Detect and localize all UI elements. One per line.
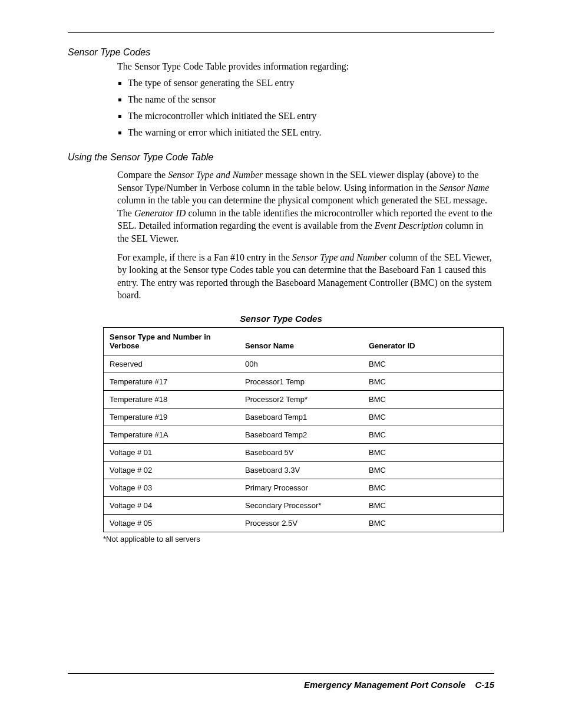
table-cell: BMC <box>363 426 504 443</box>
list-item: The microcontroller which initiated the … <box>128 111 494 121</box>
table-header-col3: Generator ID <box>363 327 504 355</box>
table-cell: BMC <box>363 496 504 514</box>
italic-text: Generator ID <box>134 208 186 218</box>
table-cell: Processor 2.5V <box>239 514 363 532</box>
bottom-divider <box>68 673 494 674</box>
table-cell: BMC <box>363 390 504 408</box>
table-cell: Processor1 Temp <box>239 373 363 390</box>
italic-text: Sensor Name <box>439 183 490 193</box>
table-cell: Baseboard 5V <box>239 443 363 461</box>
table-cell: BMC <box>363 514 504 532</box>
table-cell: Voltage # 04 <box>104 496 240 514</box>
table-cell: BMC <box>363 355 504 373</box>
page-footer: Emergency Management Port Console C-15 <box>68 673 494 690</box>
table-cell: Voltage # 02 <box>104 461 240 479</box>
section1-intro: The Sensor Type Code Table provides info… <box>117 61 494 72</box>
table-cell: BMC <box>363 479 504 496</box>
table-row: Temperature #19Baseboard Temp1BMC <box>104 408 504 426</box>
section2-para1: Compare the Sensor Type and Number messa… <box>117 169 494 245</box>
list-item: The warning or error which initiated the… <box>128 127 494 138</box>
italic-text: Sensor Type and Number <box>292 252 387 262</box>
footer-pagenum: C-15 <box>475 680 494 690</box>
table-row: Voltage # 03Primary ProcessorBMC <box>104 479 504 496</box>
table-note: *Not applicable to all servers <box>103 535 494 543</box>
table-title: Sensor Type Codes <box>68 314 494 324</box>
footer-title: Emergency Management Port Console <box>304 680 465 690</box>
table-header-col1: Sensor Type and Number in Verbose <box>104 327 240 355</box>
table-row: Voltage # 04Secondary Processor*BMC <box>104 496 504 514</box>
table-row: Temperature #18Processor2 Temp*BMC <box>104 390 504 408</box>
table-cell: Baseboard 3.3V <box>239 461 363 479</box>
table-cell: Temperature #19 <box>104 408 240 426</box>
table-cell: BMC <box>363 443 504 461</box>
table-row: Temperature #1ABaseboard Temp2BMC <box>104 426 504 443</box>
sensor-type-codes-table: Sensor Type and Number in Verbose Sensor… <box>103 327 504 532</box>
table-cell: BMC <box>363 373 504 390</box>
table-cell: Baseboard Temp1 <box>239 408 363 426</box>
section2-para2: For example, if there is a Fan #10 entry… <box>117 251 494 302</box>
table-cell: Primary Processor <box>239 479 363 496</box>
table-row: Voltage # 01Baseboard 5VBMC <box>104 443 504 461</box>
text: Compare the <box>117 170 168 180</box>
table-cell: Processor2 Temp* <box>239 390 363 408</box>
text: For example, if there is a Fan #10 entry… <box>117 252 292 262</box>
table-cell: BMC <box>363 408 504 426</box>
top-divider <box>68 32 494 33</box>
list-item: The type of sensor generating the SEL en… <box>128 78 494 88</box>
table-row: Voltage # 02Baseboard 3.3VBMC <box>104 461 504 479</box>
table-cell: Temperature #18 <box>104 390 240 408</box>
table-cell: Reserved <box>104 355 240 373</box>
table-cell: BMC <box>363 461 504 479</box>
table-cell: Baseboard Temp2 <box>239 426 363 443</box>
table-cell: 00h <box>239 355 363 373</box>
table-cell: Voltage # 05 <box>104 514 240 532</box>
italic-text: Event Description <box>375 220 443 230</box>
table-row: Temperature #17Processor1 TempBMC <box>104 373 504 390</box>
table-cell: Temperature #17 <box>104 373 240 390</box>
table-cell: Voltage # 03 <box>104 479 240 496</box>
section1-heading: Sensor Type Codes <box>68 47 494 58</box>
section2-heading: Using the Sensor Type Code Table <box>68 152 494 163</box>
list-item: The name of the sensor <box>128 94 494 105</box>
table-cell: Voltage # 01 <box>104 443 240 461</box>
italic-text: Sensor Type and Number <box>168 170 263 180</box>
table-header-col2: Sensor Name <box>239 327 363 355</box>
table-row: Reserved00hBMC <box>104 355 504 373</box>
section1-bullets: The type of sensor generating the SEL en… <box>117 78 494 138</box>
table-cell: Temperature #1A <box>104 426 240 443</box>
table-row: Voltage # 05Processor 2.5VBMC <box>104 514 504 532</box>
table-cell: Secondary Processor* <box>239 496 363 514</box>
